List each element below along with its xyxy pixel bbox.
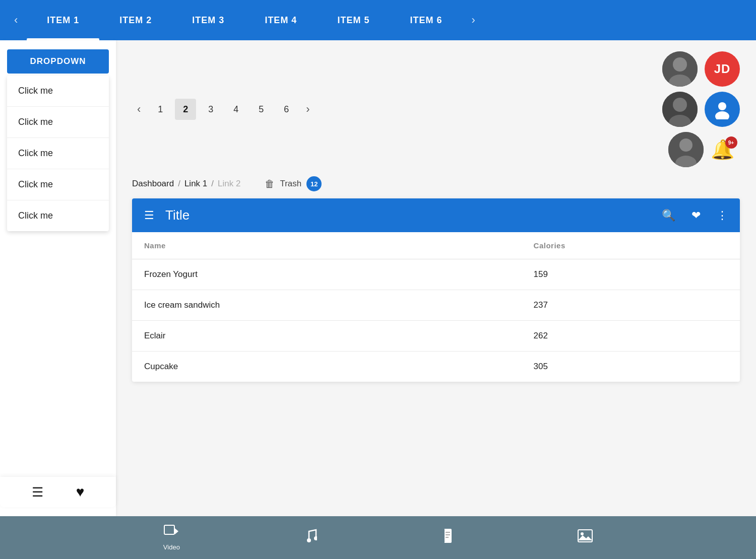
avatars-section: JD xyxy=(662,51,740,167)
row-name-1: Frozen Yogurt xyxy=(132,259,522,290)
svg-point-13 xyxy=(307,538,311,542)
page-next-arrow[interactable]: › xyxy=(301,100,314,119)
nav-item-2[interactable]: ITEM 2 xyxy=(99,0,172,40)
nav-item-5[interactable]: ITEM 5 xyxy=(317,0,390,40)
svg-point-21 xyxy=(581,532,584,535)
pagination: ‹ 1 2 3 4 5 6 › xyxy=(132,99,315,120)
avatar-row-1: JD xyxy=(662,51,740,87)
row-calories-2: 237 xyxy=(522,290,740,321)
table-row[interactable]: Ice cream sandwich 237 xyxy=(132,290,740,321)
page-prev-arrow[interactable]: ‹ xyxy=(132,100,146,119)
svg-marker-22 xyxy=(578,535,592,540)
trash-section[interactable]: 🗑 Trash 12 xyxy=(265,176,322,191)
svg-point-7 xyxy=(715,111,729,119)
svg-rect-11 xyxy=(164,525,174,534)
dropdown-item-3[interactable]: Click me xyxy=(7,138,109,169)
breadcrumb-row: Dashboard / Link 1 / Link 2 🗑 Trash 12 xyxy=(116,172,756,198)
row-name-2: Ice cream sandwich xyxy=(132,290,522,321)
avatar-row-3: 🔔 9+ xyxy=(668,132,734,167)
nav-next-arrow[interactable]: › xyxy=(462,14,484,27)
right-content: ‹ 1 2 3 4 5 6 › xyxy=(116,40,756,516)
svg-rect-17 xyxy=(446,532,450,533)
svg-marker-12 xyxy=(175,528,178,534)
trash-badge: 12 xyxy=(306,176,322,191)
card-heart-icon[interactable]: ❤ xyxy=(691,209,701,222)
breadcrumb-sep-2: / xyxy=(211,179,214,189)
breadcrumb-sep-1: / xyxy=(178,179,180,189)
trash-label: Trash xyxy=(280,179,301,189)
avatar-initials-person[interactable] xyxy=(705,92,740,127)
card-header: ☰ Title 🔍 ❤ ⋮ xyxy=(132,198,740,232)
page-4[interactable]: 4 xyxy=(225,99,246,120)
svg-point-1 xyxy=(673,57,687,72)
nav-item-3[interactable]: ITEM 3 xyxy=(172,0,244,40)
hamburger-icon[interactable]: ☰ xyxy=(32,484,43,500)
page-6[interactable]: 6 xyxy=(276,99,297,120)
dropdown-item-5[interactable]: Click me xyxy=(7,200,109,231)
table-row[interactable]: Frozen Yogurt 159 xyxy=(132,259,740,290)
bottom-nav-book[interactable] xyxy=(442,528,453,547)
image-icon xyxy=(578,529,593,546)
row-calories-4: 305 xyxy=(522,352,740,382)
avatar-row-2 xyxy=(662,92,740,127)
card-menu-icon[interactable]: ☰ xyxy=(144,209,154,222)
top-row: ‹ 1 2 3 4 5 6 › xyxy=(116,40,756,172)
page-3[interactable]: 3 xyxy=(200,99,221,120)
svg-rect-16 xyxy=(443,529,445,543)
dropdown-menu: Click me Click me Click me Click me Clic… xyxy=(7,76,109,231)
dropdown-button[interactable]: DROPDOWN xyxy=(7,49,109,74)
avatar-photo-2[interactable] xyxy=(662,92,698,127)
book-icon xyxy=(442,528,453,547)
avatar-photo-1[interactable] xyxy=(662,51,698,87)
svg-point-14 xyxy=(314,536,317,540)
music-icon xyxy=(305,528,317,547)
main-card: ☰ Title 🔍 ❤ ⋮ Name Calories Frozen Yogur… xyxy=(132,198,740,382)
video-icon xyxy=(164,525,179,541)
data-table: Name Calories Frozen Yogurt 159 Ice crea… xyxy=(132,232,740,382)
col-header-calories: Calories xyxy=(522,232,740,259)
bottom-navigation: Video xyxy=(0,516,756,559)
bottom-nav-video[interactable]: Video xyxy=(163,525,180,551)
main-area: DROPDOWN Click me Click me Click me Clic… xyxy=(0,40,756,516)
dropdown-item-2[interactable]: Click me xyxy=(7,107,109,138)
bottom-nav-music[interactable] xyxy=(305,528,317,547)
nav-prev-arrow[interactable]: ‹ xyxy=(5,14,27,27)
card-title: Title xyxy=(165,207,651,223)
svg-rect-18 xyxy=(446,534,450,535)
breadcrumb-link2: Link 2 xyxy=(218,179,240,189)
top-navigation: ‹ ITEM 1 ITEM 2 ITEM 3 ITEM 4 ITEM 5 ITE… xyxy=(0,0,756,40)
trash-icon: 🗑 xyxy=(265,178,275,190)
svg-point-9 xyxy=(679,138,692,152)
page-5[interactable]: 5 xyxy=(250,99,272,120)
row-name-3: Eclair xyxy=(132,321,522,352)
card-search-icon[interactable]: 🔍 xyxy=(662,209,675,222)
svg-rect-19 xyxy=(446,537,449,538)
bottom-nav-image[interactable] xyxy=(578,529,593,546)
nav-item-1[interactable]: ITEM 1 xyxy=(27,0,99,40)
table-row[interactable]: Cupcake 305 xyxy=(132,352,740,382)
video-label: Video xyxy=(163,543,180,551)
table-row[interactable]: Eclair 262 xyxy=(132,321,740,352)
svg-point-4 xyxy=(673,98,687,112)
breadcrumb-dashboard[interactable]: Dashboard xyxy=(132,179,174,189)
nav-item-4[interactable]: ITEM 4 xyxy=(244,0,317,40)
left-panel-bottom: ☰ ♥ xyxy=(0,477,116,507)
row-name-4: Cupcake xyxy=(132,352,522,382)
breadcrumb-link1[interactable]: Link 1 xyxy=(184,179,207,189)
notification-badge: 9+ xyxy=(725,136,737,149)
card-more-icon[interactable]: ⋮ xyxy=(717,209,728,222)
dropdown-item-4[interactable]: Click me xyxy=(7,169,109,200)
col-header-name: Name xyxy=(132,232,522,259)
avatar-initials-jd[interactable]: JD xyxy=(705,51,740,87)
dropdown-item-1[interactable]: Click me xyxy=(7,76,109,107)
left-panel: DROPDOWN Click me Click me Click me Clic… xyxy=(0,40,116,516)
bell-wrapper: 🔔 9+ xyxy=(711,138,734,161)
svg-point-6 xyxy=(718,102,726,110)
avatar-photo-3[interactable] xyxy=(668,132,704,167)
page-1[interactable]: 1 xyxy=(150,99,171,120)
page-2[interactable]: 2 xyxy=(175,99,196,120)
heart-icon[interactable]: ♥ xyxy=(76,484,85,500)
nav-item-6[interactable]: ITEM 6 xyxy=(390,0,462,40)
row-calories-3: 262 xyxy=(522,321,740,352)
row-calories-1: 159 xyxy=(522,259,740,290)
